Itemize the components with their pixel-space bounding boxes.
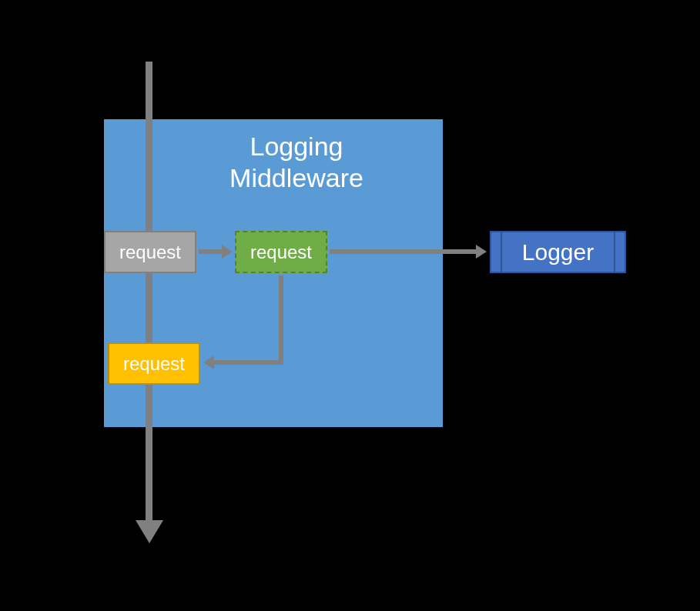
arrow-green-to-yellow-horizontal	[214, 360, 283, 365]
request-box-outgoing: request	[108, 342, 200, 385]
request-yellow-label: request	[123, 353, 185, 375]
middleware-title: Logging Middleware	[166, 131, 427, 194]
request-box-incoming: request	[104, 231, 196, 273]
middleware-title-line1: Logging	[250, 132, 343, 161]
main-flow-line	[146, 62, 152, 523]
request-gray-label: request	[119, 242, 181, 263]
logger-component: Logger	[490, 231, 626, 273]
main-flow-arrowhead-icon	[136, 520, 163, 543]
arrow-green-to-yellow-head-icon	[203, 356, 214, 369]
arrow-gray-to-green-line	[199, 249, 223, 254]
logger-label: Logger	[522, 239, 594, 265]
middleware-title-line2: Middleware	[229, 163, 363, 192]
arrow-gray-to-green-head-icon	[222, 245, 233, 259]
request-box-cloned: request	[235, 231, 327, 273]
request-green-label: request	[250, 242, 312, 263]
arrow-green-to-logger-line	[330, 249, 477, 254]
arrow-green-to-logger-head-icon	[476, 245, 487, 259]
logging-middleware-diagram: Logging Middleware request request reque…	[0, 0, 700, 611]
arrow-green-to-yellow-vertical	[279, 275, 283, 363]
